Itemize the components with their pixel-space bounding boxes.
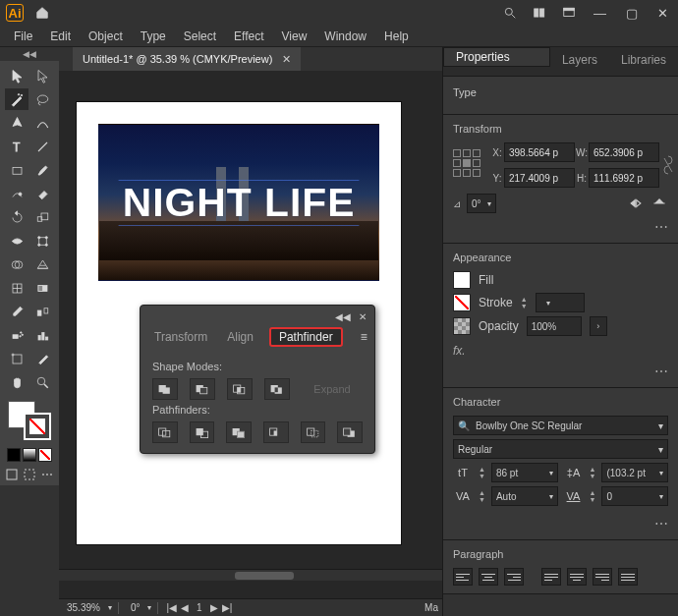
- tab-libraries[interactable]: Libraries: [609, 47, 678, 76]
- align-right-button[interactable]: [504, 568, 524, 586]
- panel-menu-icon[interactable]: ≡: [355, 328, 373, 346]
- tab-properties[interactable]: Properties: [443, 47, 550, 67]
- placed-image[interactable]: NIGHT LIFE: [98, 124, 379, 281]
- window-maximize-button[interactable]: ▢: [622, 6, 642, 21]
- justify-center-button[interactable]: [567, 568, 587, 586]
- artboard-nav-next-icon[interactable]: ▶: [210, 602, 218, 613]
- font-family-dropdown[interactable]: 🔍 Bowlby One SC Regular▾: [453, 416, 668, 435]
- lasso-tool[interactable]: [30, 88, 54, 110]
- shape-builder-tool[interactable]: [5, 253, 28, 275]
- justify-all-button[interactable]: [618, 568, 638, 586]
- font-style-dropdown[interactable]: Regular▾: [453, 439, 668, 459]
- shapemode-exclude-button[interactable]: [264, 378, 290, 400]
- eyedropper-tool[interactable]: [5, 301, 28, 322]
- gradient-tool[interactable]: [30, 277, 54, 299]
- transform-more-options-icon[interactable]: ⋯: [453, 213, 668, 235]
- perspective-grid-tool[interactable]: [30, 253, 54, 275]
- align-center-button[interactable]: [479, 568, 498, 586]
- line-segment-tool[interactable]: [30, 136, 54, 157]
- document-tab-close-icon[interactable]: ✕: [282, 53, 291, 66]
- tab-transform[interactable]: Transform: [150, 328, 211, 346]
- draw-behind-icon[interactable]: [23, 468, 36, 481]
- menu-effect[interactable]: Effect: [226, 28, 271, 45]
- flip-vertical-icon[interactable]: [650, 195, 668, 212]
- search-icon[interactable]: [501, 4, 519, 22]
- panel-collapse-icon[interactable]: ◀◀: [331, 311, 355, 322]
- hand-tool[interactable]: [5, 371, 28, 393]
- horizontal-scrollbar[interactable]: [59, 569, 442, 581]
- flip-horizontal-icon[interactable]: [627, 195, 645, 212]
- edit-toolbar-button[interactable]: ⋯: [40, 468, 54, 481]
- pen-tool[interactable]: [5, 112, 28, 134]
- kerning-field[interactable]: Auto▾: [491, 486, 558, 506]
- menu-type[interactable]: Type: [133, 28, 174, 45]
- rotation-field[interactable]: 0°▾: [467, 194, 496, 213]
- stroke-color-swatch[interactable]: [453, 294, 471, 311]
- leading-stepper[interactable]: ▲▼: [590, 466, 596, 479]
- width-tool[interactable]: [5, 230, 28, 252]
- selection-tool[interactable]: [5, 65, 28, 86]
- constrain-proportions-icon[interactable]: [659, 154, 677, 176]
- tab-align[interactable]: Align: [223, 328, 257, 346]
- slice-tool[interactable]: [30, 348, 54, 369]
- color-mode-none[interactable]: [38, 448, 52, 462]
- zoom-tool[interactable]: [30, 371, 54, 393]
- tab-layers[interactable]: Layers: [550, 47, 609, 76]
- width-field[interactable]: [589, 142, 659, 162]
- window-close-button[interactable]: ✕: [653, 6, 672, 21]
- stroke-weight-field[interactable]: ▾: [536, 293, 585, 312]
- tracking-field[interactable]: 0▾: [601, 486, 668, 506]
- panel-close-icon[interactable]: ✕: [355, 311, 370, 322]
- scale-tool[interactable]: [30, 206, 54, 228]
- menu-edit[interactable]: Edit: [42, 28, 79, 45]
- rotate-tool[interactable]: [5, 206, 28, 228]
- chevron-down-icon[interactable]: ▾: [147, 603, 149, 612]
- pathfinder-minus-back-button[interactable]: [337, 421, 363, 443]
- artboard-number-field[interactable]: 1: [193, 602, 206, 613]
- blend-tool[interactable]: [30, 301, 54, 322]
- workspace-icon[interactable]: [560, 4, 578, 22]
- reference-point-selector[interactable]: [453, 149, 484, 181]
- justify-right-button[interactable]: [593, 568, 612, 586]
- font-size-stepper[interactable]: ▲▼: [479, 466, 485, 479]
- chevron-down-icon[interactable]: ▾: [108, 603, 110, 612]
- column-graph-tool[interactable]: [30, 324, 54, 346]
- paintbrush-tool[interactable]: [30, 159, 54, 181]
- kerning-stepper[interactable]: ▲▼: [479, 489, 485, 503]
- fill-stroke-control[interactable]: [8, 401, 51, 440]
- magic-wand-tool[interactable]: [5, 88, 28, 110]
- artboard-nav-first-icon[interactable]: |◀: [166, 602, 177, 613]
- draw-normal-icon[interactable]: [5, 468, 19, 481]
- stroke-weight-stepper[interactable]: ▲▼: [521, 296, 528, 309]
- pathfinder-merge-button[interactable]: [226, 421, 252, 443]
- headline-text[interactable]: NIGHT LIFE: [118, 180, 359, 226]
- canvas[interactable]: NIGHT LIFE ◀◀ ✕ Transform Align Pathfind…: [59, 71, 442, 598]
- artboard-tool[interactable]: [5, 348, 28, 369]
- font-size-field[interactable]: 86 pt▾: [491, 463, 558, 482]
- direct-selection-tool[interactable]: [30, 65, 54, 86]
- curvature-tool[interactable]: [30, 112, 54, 134]
- arrange-documents-icon[interactable]: [531, 4, 548, 22]
- menu-object[interactable]: Object: [81, 28, 131, 45]
- artboard-nav-prev-icon[interactable]: ◀: [181, 602, 189, 613]
- color-mode-gradient[interactable]: [23, 448, 36, 462]
- opacity-slider-button[interactable]: ›: [590, 316, 607, 336]
- tracking-stepper[interactable]: ▲▼: [590, 489, 596, 503]
- document-tab[interactable]: Untitled-1* @ 35.39 % (CMYK/Preview) ✕: [73, 47, 301, 71]
- x-field[interactable]: [504, 142, 575, 162]
- align-left-button[interactable]: [453, 568, 473, 586]
- fx-button[interactable]: fx.: [453, 344, 668, 358]
- type-tool[interactable]: T: [5, 136, 28, 157]
- menu-select[interactable]: Select: [176, 28, 224, 45]
- zoom-level-dropdown[interactable]: 35.39%: [63, 602, 104, 613]
- menu-file[interactable]: File: [6, 28, 40, 45]
- opacity-field[interactable]: 100%: [527, 316, 582, 336]
- color-mode-color[interactable]: [7, 448, 21, 462]
- height-field[interactable]: [589, 168, 659, 188]
- fill-color-swatch[interactable]: [453, 271, 471, 289]
- menu-window[interactable]: Window: [316, 28, 374, 45]
- artboard[interactable]: NIGHT LIFE ◀◀ ✕ Transform Align Pathfind…: [77, 102, 401, 544]
- pathfinder-outline-button[interactable]: [301, 421, 326, 443]
- shaper-tool[interactable]: [5, 183, 28, 204]
- window-minimize-button[interactable]: —: [590, 6, 610, 21]
